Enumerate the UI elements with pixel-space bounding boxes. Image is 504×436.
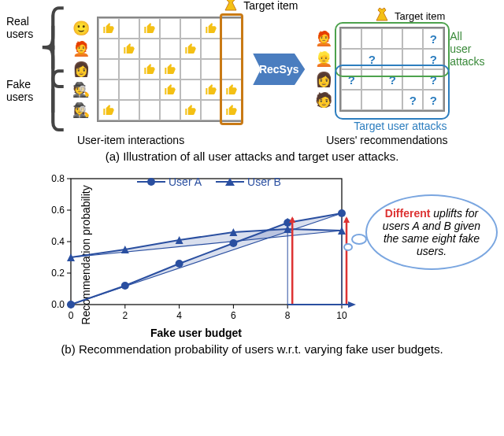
cell	[139, 18, 160, 39]
cell	[361, 69, 382, 90]
target-item-right: Target item	[372, 6, 445, 25]
avatar-user2: 🧑‍🦰	[72, 39, 91, 59]
cell	[180, 39, 201, 59]
cell	[139, 59, 160, 79]
cell-question: ?	[341, 69, 361, 90]
cell	[98, 79, 119, 100]
cell	[98, 100, 119, 120]
cell	[160, 18, 180, 39]
cell	[201, 79, 221, 100]
cell	[139, 39, 160, 59]
svg-text:4: 4	[176, 310, 182, 321]
target-user-attacks-label: Target user attacks	[354, 120, 447, 132]
avatar: 🧑‍🦰	[314, 28, 333, 49]
cell	[180, 100, 201, 120]
cell-question: ?	[423, 90, 443, 110]
cell	[160, 39, 180, 59]
recsys-block: RecSys	[253, 54, 305, 85]
cell	[201, 39, 221, 59]
cell	[160, 100, 180, 120]
cell	[160, 79, 180, 100]
right-matrix-caption: Users' recommendations	[326, 134, 447, 146]
cell	[341, 28, 361, 49]
all-user-attacks-label: All user attacks	[450, 30, 484, 68]
cell	[98, 59, 119, 79]
cell	[201, 100, 221, 120]
panel-a-row: Real users Fake users ⎧⎨⎩ ⎧⎩ 🙂 🧑‍🦰 👩 🕵️ …	[6, 6, 498, 132]
panel-a-caption: (a) Illustration of all user attacks and…	[6, 150, 498, 163]
cell	[361, 28, 382, 49]
cell	[119, 39, 139, 59]
svg-marker-48	[348, 301, 356, 308]
right-user-avatars: 🧑‍🦰 👱 👩 🧑	[314, 28, 333, 110]
svg-text:0.8: 0.8	[51, 173, 65, 184]
avatar: 🧑	[314, 90, 333, 110]
cell	[119, 59, 139, 79]
svg-point-32	[229, 239, 237, 247]
avatar-fake2: 🕵️‍♀️	[72, 100, 91, 120]
svg-point-31	[176, 260, 183, 268]
cell	[221, 39, 242, 59]
recommendation-grid: ? ? ? ? ? ? ? ?	[339, 27, 445, 112]
real-users-label: Real users	[6, 15, 33, 40]
cell	[201, 18, 221, 39]
cell	[361, 90, 382, 110]
recommendation-matrix: Target item ? ? ? ? ? ?	[339, 27, 445, 112]
svg-text:0.0: 0.0	[51, 299, 65, 310]
interaction-grid	[97, 17, 243, 122]
brace-icon: ⎧⎨⎩ ⎧⎩	[39, 18, 67, 120]
cell-question: ?	[382, 69, 402, 90]
cell	[98, 18, 119, 39]
cell	[139, 79, 160, 100]
cell	[382, 90, 402, 110]
cell	[382, 28, 402, 49]
svg-text:0.6: 0.6	[51, 205, 65, 216]
cell	[201, 59, 221, 79]
panel-a-figure: Real users Fake users ⎧⎨⎩ ⎧⎩ 🙂 🧑‍🦰 👩 🕵️ …	[6, 6, 498, 163]
target-item-label-left: Target item	[221, 0, 298, 15]
avatar: 👱	[314, 49, 333, 69]
svg-marker-43	[289, 216, 295, 223]
left-user-avatars: 🙂 🧑‍🦰 👩 🕵️ 🕵️‍♀️	[72, 18, 91, 120]
cell	[382, 49, 402, 69]
dress-icon	[372, 6, 391, 25]
svg-text:0: 0	[69, 310, 74, 321]
avatar-fake1: 🕵️	[72, 79, 91, 100]
cell	[180, 18, 201, 39]
legend-user-a: User A	[137, 176, 202, 188]
cell	[119, 79, 139, 100]
svg-point-29	[67, 301, 75, 309]
user-group-labels: Real users Fake users	[6, 6, 33, 132]
cell	[402, 28, 423, 49]
svg-text:6: 6	[231, 310, 236, 321]
svg-text:8: 8	[285, 310, 291, 321]
cell	[221, 18, 242, 39]
cell	[98, 39, 119, 59]
cell	[221, 59, 242, 79]
cell	[119, 100, 139, 120]
chart-area: User A User B 0.00.20.40.60.80246810	[35, 171, 358, 328]
thought-diff-word: Different	[385, 207, 431, 220]
cell	[180, 59, 201, 79]
avatar-user3: 👩	[72, 59, 91, 79]
svg-marker-46	[343, 216, 350, 223]
svg-point-1	[147, 178, 155, 186]
svg-point-30	[121, 282, 129, 290]
svg-text:2: 2	[122, 310, 128, 321]
svg-text:0.2: 0.2	[51, 268, 65, 279]
cell	[221, 100, 242, 120]
fake-users-label: Fake users	[6, 78, 33, 103]
legend-user-b: User B	[216, 176, 281, 188]
chart-svg: 0.00.20.40.60.80246810	[35, 171, 358, 328]
svg-text:0.4: 0.4	[51, 236, 65, 247]
chart-legend: User A User B	[137, 176, 281, 188]
thought-bubble: Different uplifts for users A and B give…	[365, 194, 498, 270]
interaction-matrix: Target item	[97, 17, 243, 122]
cell	[160, 59, 180, 79]
cell-question: ?	[423, 49, 443, 69]
dress-icon	[221, 0, 240, 15]
avatar: 👩	[314, 69, 333, 90]
left-matrix-caption: User-item interactions	[77, 134, 184, 146]
cell	[402, 69, 423, 90]
panel-b-figure: Recommendation probability User A User B…	[6, 171, 498, 356]
